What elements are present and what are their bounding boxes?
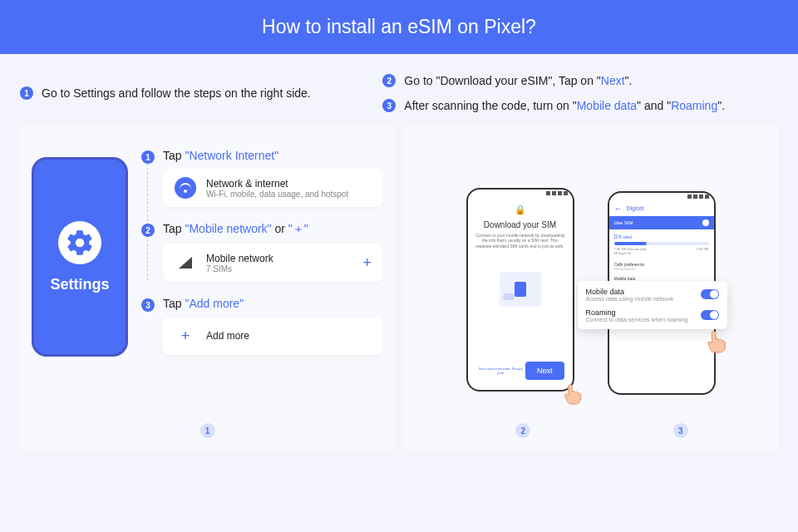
use-sim-bar[interactable]: Use SIM: [609, 216, 714, 229]
page-header: How to install an eSIM on Pixel?: [0, 0, 798, 54]
hand-cursor-icon: [704, 328, 729, 353]
download-sim-desc: Connect to your mobile network by downlo…: [475, 233, 566, 249]
panels: Settings 1 Tap "Network Internet" Networ…: [0, 119, 798, 470]
sim-slot-graphic: [500, 272, 541, 307]
step-2-body: Tap "Mobile network" or "＋" Mobile netwo…: [163, 222, 383, 282]
usage-bar: [614, 242, 709, 245]
bullet-2: 2: [382, 74, 396, 87]
panel-marker-1: 1: [200, 423, 215, 438]
instruction-2-text: Go to "Download your eSIM", Tap on "Next…: [404, 74, 632, 87]
instructions-row: 1 Go to Settings and follow the steps on…: [0, 54, 798, 119]
cloud-icon: [503, 293, 515, 300]
settings-label: Settings: [50, 276, 109, 293]
card-add-more[interactable]: + Add more: [163, 317, 383, 355]
phone-3-header: ← Digicel: [609, 201, 714, 216]
step-3-bullet: 3: [141, 298, 155, 312]
panel-right: 🔒 Download your SIM Connect to your mobi…: [403, 126, 778, 450]
toggles-popup: Mobile data Access data using mobile net…: [578, 281, 727, 329]
card-ni-title: Network & internet: [206, 178, 348, 190]
carrier-label: Digicel: [627, 205, 644, 211]
bullet-1: 1: [20, 86, 33, 100]
step-1: 1 Tap "Network Internet" Network & inter…: [141, 149, 383, 207]
popup-rm-title: Roaming: [586, 308, 696, 317]
bullet-3: 3: [382, 99, 396, 112]
phone-2-body: 🔒 Download your SIM Connect to your mobi…: [468, 198, 573, 390]
panel-left: Settings 1 Tap "Network Internet" Networ…: [20, 126, 395, 450]
instruction-1-text: Go to Settings and follow the steps on t…: [42, 86, 311, 100]
card-ni-sub: Wi-Fi, mobile, data usage, and hotspot: [206, 190, 348, 199]
card-network-internet[interactable]: Network & internet Wi-Fi, mobile, data u…: [163, 169, 383, 207]
step-2: 2 Tap "Mobile network" or "＋" Mobile net…: [141, 222, 383, 282]
card-mobile-network[interactable]: Mobile network 7 SIMs +: [163, 244, 383, 282]
popup-roaming[interactable]: Roaming Connect to data services when ro…: [586, 308, 719, 323]
phone-2-wrap: 🔒 Download your SIM Connect to your mobi…: [466, 188, 574, 392]
row-calls[interactable]: Calls preferenceChina Unicom: [614, 262, 709, 271]
panel-marker-3: 3: [673, 423, 688, 438]
step-1-text: Tap "Network Internet": [163, 149, 383, 162]
phone-3-wrap: ← Digicel Use SIM 0 B used 2.00 GB data …: [608, 185, 716, 395]
popup-rm-sub: Connect to data services when roaming: [586, 317, 696, 323]
wifi-icon: [175, 177, 196, 199]
lock-icon: 🔒: [515, 204, 526, 215]
back-icon[interactable]: ←: [614, 204, 623, 213]
step-2-bullet: 2: [141, 224, 155, 237]
steps-column: 1 Tap "Network Internet" Network & inter…: [141, 149, 383, 355]
footer-links: Scan source barcode, Privacy path: [476, 367, 525, 375]
step-3-text: Tap "Add more": [163, 297, 383, 310]
gear-icon: [58, 221, 101, 264]
phone-2-footer: Scan source barcode, Privacy path Next: [475, 362, 566, 383]
instructions-right: 2 Go to "Download your eSIM", Tap on "Ne…: [382, 74, 778, 112]
instruction-3: 3 After scanning the code, turn on "Mobi…: [382, 99, 778, 112]
card-mn-title: Mobile network: [206, 253, 273, 264]
data-usage: 0 B used 2.00 GB data warning2.00 GB 30 …: [609, 229, 714, 259]
download-sim-title: Download your SIM: [484, 220, 556, 229]
sim-chip-icon: [515, 282, 526, 297]
plus-icon[interactable]: +: [362, 254, 372, 272]
popup-md-title: Mobile data: [586, 288, 696, 296]
card-mn-sub: 7 SIMs: [206, 264, 273, 273]
popup-mobile-data[interactable]: Mobile data Access data using mobile net…: [586, 288, 719, 302]
roaming-toggle[interactable]: [701, 310, 719, 320]
card-am-title: Add more: [206, 330, 249, 342]
mobile-data-toggle[interactable]: [701, 289, 719, 299]
popup-md-sub: Access data using mobile network: [586, 296, 696, 302]
step-2-text: Tap "Mobile network" or "＋": [163, 222, 383, 237]
signal-icon: [175, 252, 196, 273]
instruction-3-text: After scanning the code, turn on "Mobile…: [404, 99, 725, 112]
step-3: 3 Tap "Add more" + Add more: [141, 297, 383, 355]
status-bar: [468, 190, 573, 198]
status-bar-3: [609, 193, 714, 201]
step-1-bullet: 1: [141, 150, 155, 164]
use-sim-label: Use SIM: [614, 220, 633, 225]
panel-marker-2: 2: [515, 423, 530, 438]
row-mobile-data[interactable]: Mobile data: [614, 276, 709, 281]
phone-download-sim: 🔒 Download your SIM Connect to your mobi…: [466, 188, 574, 392]
next-button[interactable]: Next: [525, 362, 564, 380]
hand-cursor-icon: [561, 382, 584, 405]
instruction-1: 1 Go to Settings and follow the steps on…: [20, 74, 349, 112]
step-3-body: Tap "Add more" + Add more: [163, 297, 383, 355]
use-sim-toggle[interactable]: [702, 219, 709, 226]
step-1-body: Tap "Network Internet" Network & interne…: [163, 149, 383, 207]
plus-icon: +: [175, 325, 196, 347]
settings-phone: Settings: [32, 157, 128, 357]
instruction-2: 2 Go to "Download your eSIM", Tap on "Ne…: [382, 74, 778, 87]
header-title: How to install an eSIM on Pixel?: [262, 16, 536, 38]
